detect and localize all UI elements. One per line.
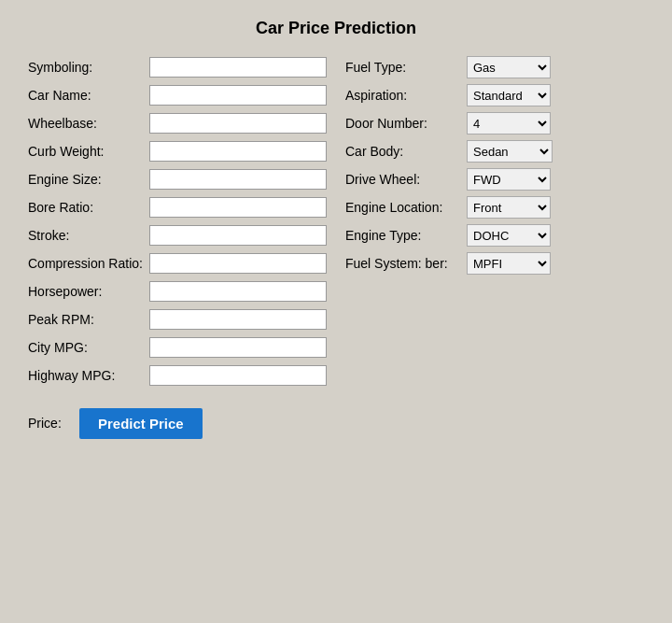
label-highway-mpg: Highway MPG: <box>28 368 149 383</box>
select-fuel-system[interactable]: MPFI2bbl4bblidispdispfimfi <box>467 252 551 275</box>
row-compression-ratio: Compression Ratio: <box>28 249 327 277</box>
label-bore-ratio: Bore Ratio: <box>28 200 149 215</box>
select-aspiration[interactable]: StandardTurbo <box>467 84 551 106</box>
input-symboling[interactable] <box>149 57 327 78</box>
label-engine-type: Engine Type: <box>345 228 467 243</box>
row-fuel-system: Fuel System: ber:MPFI2bbl4bblidispdispfi… <box>345 249 644 277</box>
label-symboling: Symboling: <box>28 60 149 75</box>
input-wheelbase[interactable] <box>149 113 327 134</box>
price-label: Price: <box>28 416 79 431</box>
price-row: Price: Predict Price <box>28 404 644 442</box>
row-drive-wheel: Drive Wheel:FWDRWD4WD <box>345 165 644 193</box>
label-horsepower: Horsepower: <box>28 284 149 299</box>
row-car-name: Car Name: <box>28 81 327 109</box>
row-engine-type: Engine Type:DOHCOHCOHVLRotor <box>345 221 644 249</box>
label-curb-weight: Curb Weight: <box>28 144 149 159</box>
label-engine-size: Engine Size: <box>28 172 149 187</box>
label-car-name: Car Name: <box>28 88 149 103</box>
input-stroke[interactable] <box>149 225 327 246</box>
row-car-body: Car Body:SedanHatchbackWagonHardtopConve… <box>345 137 644 165</box>
input-highway-mpg[interactable] <box>149 365 327 386</box>
label-drive-wheel: Drive Wheel: <box>345 172 467 187</box>
select-car-body[interactable]: SedanHatchbackWagonHardtopConvertible <box>467 140 553 163</box>
input-city-mpg[interactable] <box>149 337 327 358</box>
label-door-number: Door Number: <box>345 116 467 131</box>
label-aspiration: Aspiration: <box>345 88 467 103</box>
row-city-mpg: City MPG: <box>28 333 327 361</box>
input-horsepower[interactable] <box>149 281 327 302</box>
label-fuel-type: Fuel Type: <box>345 60 467 75</box>
input-bore-ratio[interactable] <box>149 197 327 218</box>
input-engine-size[interactable] <box>149 169 327 190</box>
select-fuel-type[interactable]: GasDiesel <box>467 56 551 78</box>
input-compression-ratio[interactable] <box>149 253 327 274</box>
predict-price-button[interactable]: Predict Price <box>79 408 203 439</box>
row-wheelbase: Wheelbase: <box>28 109 327 137</box>
label-engine-location: Engine Location: <box>345 200 467 215</box>
row-engine-size: Engine Size: <box>28 165 327 193</box>
label-fuel-system: Fuel System: ber: <box>345 256 467 271</box>
row-door-number: Door Number:42 <box>345 109 644 137</box>
label-stroke: Stroke: <box>28 228 149 243</box>
label-wheelbase: Wheelbase: <box>28 116 149 131</box>
row-curb-weight: Curb Weight: <box>28 137 327 165</box>
select-engine-location[interactable]: FrontRear <box>467 196 551 219</box>
row-peak-rpm: Peak RPM: <box>28 305 327 333</box>
row-engine-location: Engine Location:FrontRear <box>345 193 644 221</box>
input-peak-rpm[interactable] <box>149 309 327 330</box>
select-engine-type[interactable]: DOHCOHCOHVLRotor <box>467 224 551 247</box>
row-aspiration: Aspiration:StandardTurbo <box>345 81 644 109</box>
label-city-mpg: City MPG: <box>28 340 149 355</box>
row-horsepower: Horsepower: <box>28 277 327 305</box>
input-car-name[interactable] <box>149 85 327 106</box>
row-highway-mpg: Highway MPG: <box>28 361 327 389</box>
row-bore-ratio: Bore Ratio: <box>28 193 327 221</box>
page-title: Car Price Prediction <box>28 19 644 38</box>
select-drive-wheel[interactable]: FWDRWD4WD <box>467 168 551 191</box>
row-fuel-type: Fuel Type:GasDiesel <box>345 53 644 81</box>
row-stroke: Stroke: <box>28 221 327 249</box>
row-symboling: Symboling: <box>28 53 327 81</box>
label-compression-ratio: Compression Ratio: <box>28 256 149 271</box>
select-door-number[interactable]: 42 <box>467 112 551 135</box>
label-peak-rpm: Peak RPM: <box>28 312 149 327</box>
app-container: Car Price Prediction Symboling:Car Name:… <box>9 9 663 460</box>
label-car-body: Car Body: <box>345 144 467 159</box>
input-curb-weight[interactable] <box>149 141 327 162</box>
